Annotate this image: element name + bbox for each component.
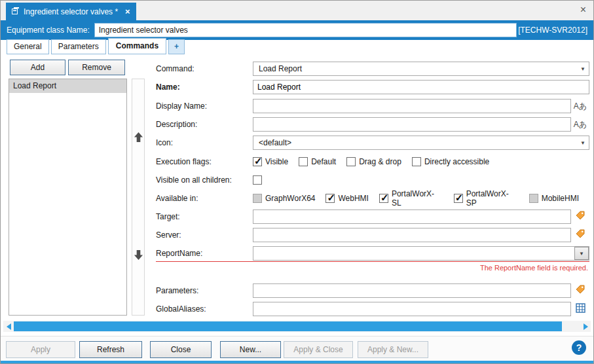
display-name-input[interactable] — [253, 99, 571, 113]
checkbox-label: Directly accessible — [424, 157, 489, 166]
checkbox-mobilehmi[interactable]: MobileHMI — [529, 194, 579, 203]
description-label: Description: — [156, 120, 253, 129]
reportname-dropdown-button[interactable]: ▼ — [574, 247, 589, 260]
tab-add-new[interactable]: + — [168, 39, 185, 54]
tab-commands[interactable]: Commands — [108, 38, 166, 54]
apply-button[interactable]: Apply — [6, 341, 75, 358]
scroll-right-icon — [584, 323, 588, 330]
icon-combobox[interactable]: <default> ▼ — [253, 136, 589, 150]
visible-children-checkbox[interactable] — [253, 175, 262, 185]
chevron-down-icon: ▼ — [580, 140, 585, 146]
apply-new-button[interactable]: Apply & New... — [358, 341, 428, 358]
new-button[interactable]: New... — [220, 341, 281, 358]
icon-combobox-value: <default> — [259, 138, 291, 147]
footer-button-bar: Apply Refresh Close New... Apply & Close… — [1, 336, 593, 362]
checkbox-label: MobileHMI — [542, 194, 579, 203]
global-aliases-grid-button[interactable] — [571, 303, 589, 315]
reportname-label: ReportName: — [156, 249, 253, 258]
document-tab[interactable]: Ingredient selector valves * × — [6, 3, 136, 20]
portalworx-sp-checkbox[interactable] — [454, 194, 463, 203]
equipment-class-name-input[interactable] — [94, 23, 517, 37]
directly-accessible-checkbox[interactable] — [412, 157, 421, 166]
command-label: Command: — [156, 64, 253, 73]
tab-general[interactable]: General — [7, 39, 49, 54]
remove-button[interactable]: Remove — [68, 60, 125, 75]
tag-picker-button[interactable] — [571, 229, 589, 241]
visible-children-row: Visible on all children: — [156, 173, 589, 187]
parameters-input[interactable] — [253, 283, 571, 298]
list-item-load-report[interactable]: Load Report — [9, 79, 126, 93]
localization-icon[interactable]: Aあ — [574, 119, 587, 130]
reportname-combobox[interactable]: ▼ — [253, 246, 589, 261]
move-down-button[interactable] — [132, 197, 144, 315]
scroll-left-button[interactable] — [3, 321, 14, 332]
tab-parameters[interactable]: Parameters — [51, 39, 106, 54]
drag-drop-checkbox[interactable] — [346, 157, 356, 166]
move-up-button[interactable] — [132, 79, 144, 197]
parameters-row: Parameters: — [156, 283, 589, 298]
checkbox-label: PortalWorX-SL — [392, 189, 443, 208]
command-combobox[interactable]: Load Report ▼ — [253, 62, 589, 76]
reorder-strip — [132, 79, 145, 316]
global-aliases-input[interactable] — [253, 302, 571, 316]
command-combobox-value: Load Report — [259, 64, 302, 73]
validation-underline — [156, 261, 589, 262]
tag-icon — [576, 285, 585, 297]
checkbox-webhmi[interactable]: WebHMI — [325, 194, 368, 203]
checkbox-portalworx-sl[interactable]: PortalWorX-SL — [379, 189, 443, 208]
checkbox-graphworx64[interactable]: GraphWorX64 — [253, 194, 315, 203]
checkbox-directly-accessible[interactable]: Directly accessible — [412, 157, 489, 166]
parameters-label: Parameters: — [156, 286, 253, 295]
checkbox-visible[interactable]: Visible — [253, 157, 288, 166]
scrollbar-track[interactable] — [14, 321, 580, 332]
mobilehmi-checkbox[interactable] — [529, 194, 538, 203]
checkbox-portalworx-sp[interactable]: PortalWorX-SP — [454, 189, 519, 208]
portalworx-sl-checkbox[interactable] — [379, 194, 388, 203]
visible-checkbox[interactable] — [253, 157, 262, 166]
target-input[interactable] — [253, 209, 571, 224]
document-tab-title: Ingredient selector valves * — [24, 7, 118, 16]
checkbox-label: GraphWorX64 — [265, 194, 315, 203]
display-name-row: Display Name: Aあ — [156, 99, 589, 113]
validation-error-text: The ReportName field is required. — [480, 264, 588, 272]
description-input[interactable] — [253, 117, 571, 132]
arrow-down-icon — [134, 249, 143, 263]
name-label: Name: — [156, 82, 253, 92]
checkbox-label: Visible — [265, 157, 288, 166]
server-label: Server: — [156, 230, 253, 240]
equipment-class-icon — [12, 7, 19, 16]
webhmi-checkbox[interactable] — [325, 194, 335, 203]
tag-picker-button[interactable] — [571, 285, 589, 297]
horizontal-scrollbar[interactable] — [3, 321, 591, 332]
window-close-icon[interactable]: × — [580, 5, 586, 15]
scrollbar-thumb[interactable] — [14, 321, 562, 331]
checkbox-default[interactable]: Default — [299, 157, 336, 166]
localization-icon[interactable]: Aあ — [574, 101, 587, 112]
tag-icon — [576, 229, 585, 241]
tag-icon — [576, 211, 585, 223]
execution-flags-row: Execution flags: Visible Default Drag & … — [156, 155, 589, 169]
icon-label: Icon: — [156, 138, 253, 147]
server-input[interactable] — [253, 228, 571, 242]
chevron-down-icon: ▼ — [579, 251, 584, 257]
name-input[interactable] — [253, 80, 589, 94]
apply-close-button[interactable]: Apply & Close — [284, 341, 353, 358]
command-list: Load Report — [9, 79, 127, 316]
default-checkbox[interactable] — [299, 157, 308, 166]
grid-icon — [576, 303, 585, 315]
refresh-button[interactable]: Refresh — [79, 341, 142, 358]
graphworx64-checkbox[interactable] — [253, 194, 262, 203]
tag-picker-button[interactable] — [571, 211, 589, 223]
tab-strip: General Parameters Commands + — [7, 40, 185, 54]
available-in-label: Available in: — [156, 194, 253, 203]
target-row: Target: — [156, 209, 589, 224]
help-button[interactable]: ? — [572, 340, 586, 355]
target-label: Target: — [156, 212, 253, 221]
checkbox-drag-drop[interactable]: Drag & drop — [346, 157, 401, 166]
tab-close-icon[interactable]: × — [125, 7, 130, 16]
dialog-window: Ingredient selector valves * × × Equipme… — [0, 0, 594, 364]
add-button[interactable]: Add — [10, 60, 65, 75]
scroll-right-button[interactable] — [580, 321, 591, 332]
server-row: Server: — [156, 228, 589, 242]
close-button[interactable]: Close — [150, 341, 212, 358]
